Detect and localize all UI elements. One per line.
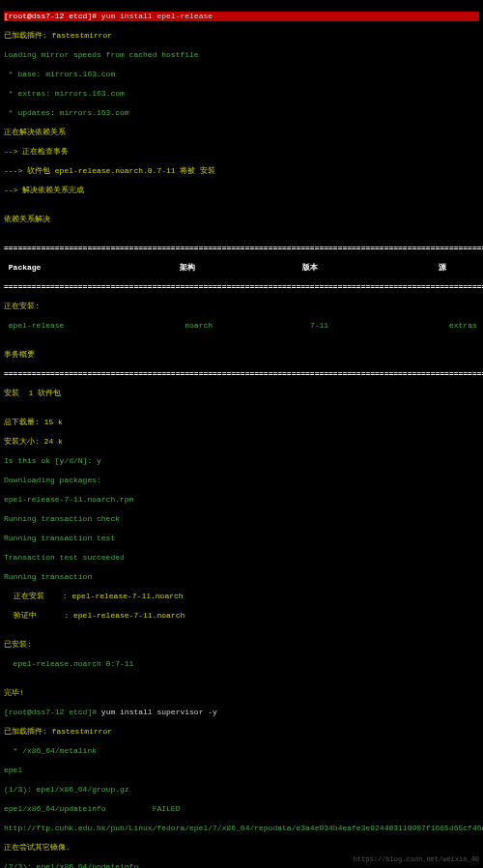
line: Running transaction: [4, 572, 479, 582]
line: 安装大小: 24 k: [4, 437, 479, 447]
line: 正在安装 : epel-release-7-11.noarch 1/1: [4, 592, 479, 601]
line: 总下载量: 15 k: [4, 418, 479, 427]
line: Running transaction check: [4, 514, 479, 524]
line: 完毕!: [4, 688, 479, 698]
line: * extras: mirrors.163.com: [4, 89, 479, 99]
prompt: [root@dss7-12 etcd]# yum install epel-re…: [4, 12, 479, 21]
line: ---> 软件包 epel-release.noarch.0.7-11 将被 安…: [4, 166, 479, 176]
table-row: epel-release noarch 7-11 extras 15 k: [4, 321, 479, 331]
table-header: Package 架构 版本 源 大小: [4, 263, 479, 273]
line: 事务概要: [4, 350, 479, 360]
line: epel-release.noarch 0:7-11: [4, 659, 479, 669]
line: 已加载插件: fastestmirror: [4, 727, 479, 737]
line: epel/x86_64/updateinfo FAILED: [4, 804, 479, 814]
error-line: http://ftp.cuhk.edu.hk/pub/Linux/fedora/…: [4, 824, 479, 833]
watermark: https://blog.csdn.net/weixin_40: [354, 854, 479, 864]
line: * base: mirrors.163.com: [4, 70, 479, 79]
line: --> 解决依赖关系完成: [4, 186, 479, 195]
prompt: [root@dss7-12 etcd]# yum install supervi…: [4, 708, 479, 717]
line: * /x86_64/metalink | 6.3 kB 00:00:00: [4, 746, 479, 756]
line: (1/3): epel/x86_64/group.gz | 88 kB 00:0…: [4, 785, 479, 795]
prompt-input: Is this ok [y/d/N]: y: [4, 456, 479, 466]
line: epel-release-7-11.noarch.rpm | 15 kB 00:…: [4, 495, 479, 505]
table-hr: ========================================…: [4, 282, 479, 292]
table-hr: ========================================…: [4, 369, 479, 379]
line: 验证中 : epel-release-7-11.noarch 1/1: [4, 611, 479, 621]
line: Loading mirror speeds from cached hostfi…: [4, 50, 479, 60]
dep-header: 依赖关系解决: [4, 215, 479, 224]
line: epel | 4.7 kB 00:00:00: [4, 766, 479, 775]
line: Transaction test succeeded: [4, 553, 479, 563]
table-hr: ========================================…: [4, 244, 479, 253]
line: 正在解决依赖关系: [4, 128, 479, 137]
terminal-output[interactable]: [root@dss7-12 etcd]# yum install epel-re…: [0, 0, 483, 868]
line: 安装 1 软件包: [4, 389, 479, 398]
line: 已加载插件: fastestmirror: [4, 31, 479, 41]
line: 正在尝试其它镜像.: [4, 843, 479, 853]
line: --> 正在检查事务: [4, 147, 479, 157]
line: Running transaction test: [4, 534, 479, 543]
line: Downloading packages:: [4, 476, 479, 485]
line: 已安装:: [4, 640, 479, 650]
line: * updates: mirrors.163.com: [4, 108, 479, 118]
line: 正在安装:: [4, 302, 479, 311]
